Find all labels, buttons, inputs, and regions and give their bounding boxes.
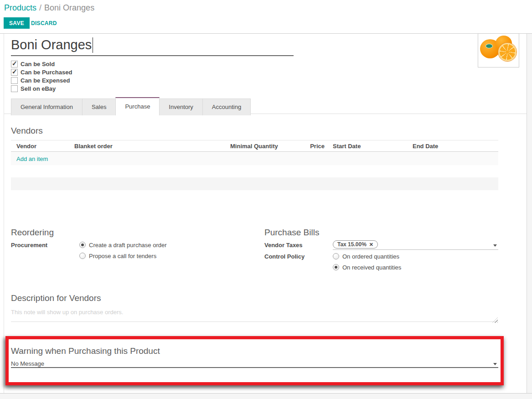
tab-general-information[interactable]: General Information (11, 98, 83, 115)
column-header-price: Price (284, 143, 325, 150)
vendors-table-footer-bar (11, 177, 498, 190)
checkbox-row-can-be-expensed: Can be Expensed (11, 77, 70, 84)
can-be-sold-label: Can be Sold (21, 61, 55, 67)
add-an-item-link[interactable]: Add an item (16, 155, 48, 162)
draft-po-radio[interactable] (79, 242, 86, 248)
can-be-expensed-checkbox[interactable] (11, 77, 18, 84)
procurement-option-call-for-tenders: Propose a call for tenders (79, 252, 156, 259)
reordering-section-title: Reordering (11, 228, 54, 238)
checkbox-row-sell-on-ebay: Sell on eBay (11, 85, 56, 92)
tax-tag: Tax 15.00%✕ (333, 240, 378, 249)
tab-purchase[interactable]: Purchase (115, 97, 160, 115)
on-ordered-quantities-label: On ordered quantities (342, 253, 399, 260)
column-header-start-date: Start Date (333, 143, 361, 150)
purchase-bills-section-title: Purchase Bills (264, 228, 319, 238)
warning-select-underline (11, 367, 498, 368)
breadcrumb: Products/Boni Oranges (4, 3, 94, 13)
on-received-quantities-radio[interactable] (333, 264, 339, 270)
can-be-purchased-checkbox[interactable] (11, 69, 18, 76)
procurement-label: Procurement (11, 242, 47, 249)
call-for-tenders-radio[interactable] (79, 253, 86, 259)
notebook-tabs: General Information Sales Purchase Inven… (11, 97, 251, 115)
product-name-underline (11, 55, 294, 56)
column-header-vendor: Vendor (16, 143, 36, 150)
warning-select-value[interactable]: No Message (11, 360, 44, 367)
call-for-tenders-radio-label: Propose a call for tenders (89, 253, 156, 259)
product-name-input[interactable]: Boni Oranges (11, 37, 92, 52)
vendors-table-header: Vendor Blanket order Minimal Quantity Pr… (11, 140, 498, 152)
discard-button[interactable]: DISCARD (31, 20, 57, 26)
sell-on-ebay-label: Sell on eBay (21, 85, 56, 92)
save-button[interactable]: SAVE (4, 17, 30, 29)
description-placeholder: This note will show up on purchase order… (11, 309, 123, 316)
vendors-table-add-row: Add an item (11, 152, 498, 165)
can-be-purchased-label: Can be Purchased (21, 69, 72, 76)
tax-tag-label: Tax 15.00% (337, 241, 367, 248)
vendor-taxes-label: Vendor Taxes (264, 242, 303, 249)
column-header-minimal-quantity: Minimal Quantity (230, 143, 278, 150)
breadcrumb-products-link[interactable]: Products (4, 3, 36, 12)
can-be-expensed-label: Can be Expensed (21, 77, 70, 84)
tab-accounting[interactable]: Accounting (202, 98, 251, 115)
control-policy-option-received: On received quantities (333, 264, 401, 271)
can-be-sold-checkbox[interactable] (11, 61, 18, 67)
control-policy-label: Control Policy (264, 253, 305, 260)
orange-sticker (486, 44, 493, 48)
remove-tag-icon[interactable]: ✕ (369, 242, 373, 248)
product-form-page: Products/Boni Oranges SAVE DISCARD Boni … (0, 0, 532, 399)
on-ordered-quantities-radio[interactable] (333, 253, 339, 259)
column-header-end-date: End Date (413, 143, 438, 150)
sheet-bottom-margin (0, 393, 532, 399)
form-sheet (4, 34, 527, 393)
product-image[interactable] (478, 33, 519, 67)
tab-inventory[interactable]: Inventory (159, 98, 202, 115)
checkbox-row-can-be-sold: Can be Sold (11, 60, 55, 67)
product-name-field[interactable]: Boni Oranges (11, 37, 93, 53)
procurement-option-draft-po: Create a draft purchase order (79, 241, 167, 249)
warning-chevron-down-icon[interactable] (493, 363, 497, 365)
breadcrumb-current: Boni Oranges (44, 3, 94, 12)
vendors-section-title: Vendors (11, 126, 43, 136)
draft-po-radio-label: Create a draft purchase order (89, 242, 167, 249)
checkbox-row-can-be-purchased: Can be Purchased (11, 68, 72, 76)
sheet-right-margin (527, 34, 532, 399)
sell-on-ebay-checkbox[interactable] (11, 85, 18, 92)
control-policy-option-ordered: On ordered quantities (333, 253, 399, 260)
orange-half-photo-part (498, 43, 517, 61)
tab-sales[interactable]: Sales (82, 98, 116, 115)
column-header-blanket-order: Blanket order (74, 143, 113, 150)
on-received-quantities-label: On received quantities (342, 264, 401, 271)
text-cursor (93, 37, 93, 53)
breadcrumb-separator: / (39, 3, 41, 12)
warning-section-title: Warning when Purchasing this Product (11, 346, 160, 356)
vendor-taxes-field[interactable]: Tax 15.00%✕ (333, 240, 498, 250)
vendor-taxes-chevron-down-icon[interactable] (493, 244, 497, 247)
